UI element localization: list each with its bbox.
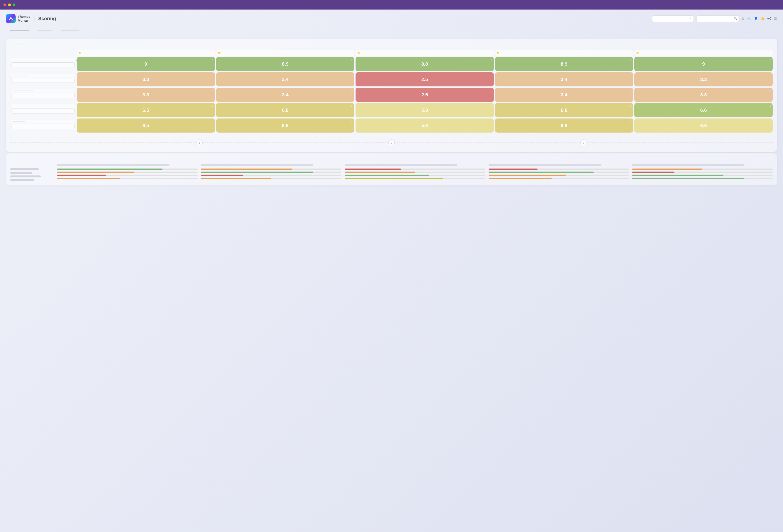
- bar-fill: [57, 168, 162, 170]
- search-icon[interactable]: 🔍: [747, 17, 751, 20]
- chart-col-1: [57, 164, 197, 181]
- score-cell-0-1[interactable]: 8.9 ≡: [216, 57, 354, 71]
- score-cell-1-4[interactable]: 3.3 ≡: [634, 72, 773, 87]
- bar-fill: [57, 171, 134, 173]
- score-cell-3-1[interactable]: 6.8 ≡: [216, 103, 354, 117]
- menu-icon[interactable]: ≡: [770, 90, 771, 92]
- minimize-button[interactable]: [8, 3, 11, 6]
- bar-track: [201, 171, 341, 173]
- bar-fill: [489, 178, 552, 179]
- bar-track: [632, 175, 773, 176]
- score-cell-2-1[interactable]: 3.4 ≡: [216, 88, 354, 102]
- row-text-3: ────────────: [11, 104, 74, 108]
- score-cell-1-1[interactable]: 3.4 ≡: [216, 72, 354, 87]
- score-cell-3-4[interactable]: 6.6 ≡: [634, 103, 773, 117]
- col-header-3: 📁 ──────────: [495, 50, 633, 56]
- maximize-button[interactable]: [12, 3, 15, 6]
- score-cell-0-4[interactable]: 9 ≡: [634, 57, 773, 71]
- score-value: 8.8: [421, 61, 428, 67]
- row-dropdown-0[interactable]: [11, 62, 74, 67]
- score-cell-4-3[interactable]: 6.8 ≡: [495, 119, 633, 132]
- menu-icon[interactable]: ≡: [212, 59, 213, 61]
- menu-icon[interactable]: ☰: [774, 17, 777, 20]
- menu-icon[interactable]: ≡: [351, 120, 352, 123]
- chart-bar-2-0: [201, 168, 341, 170]
- row-dropdown-3[interactable]: [11, 108, 74, 114]
- scoring-grid: 📁 ────────── 📁 ────────── 📁 ────────── 📁…: [10, 50, 773, 132]
- bell-icon[interactable]: 🔔: [761, 17, 764, 20]
- chart-row-label-3: [10, 179, 54, 181]
- col-label-2: ──────────: [362, 52, 378, 54]
- logo-area: Thomas Murray: [6, 14, 30, 23]
- user-icon[interactable]: 👤: [754, 17, 758, 20]
- menu-icon[interactable]: ≡: [212, 74, 213, 76]
- score-cell-4-2[interactable]: 5.8 ≡: [355, 119, 494, 132]
- chart-bar-4-1: [489, 171, 629, 173]
- pagination-page-2[interactable]: 2: [388, 139, 395, 146]
- score-cell-0-2[interactable]: 8.8 ≡: [355, 57, 494, 71]
- bar-track: [345, 171, 485, 173]
- header-search-input[interactable]: [696, 15, 739, 22]
- row-dropdown-1[interactable]: [11, 78, 74, 83]
- score-cell-1-0[interactable]: 3.3 ≡: [77, 72, 215, 87]
- score-cell-3-2[interactable]: 5.8 ≡: [355, 103, 494, 117]
- menu-icon[interactable]: ≡: [491, 90, 492, 92]
- menu-icon[interactable]: ≡: [491, 59, 492, 61]
- row-label-bar: [10, 179, 34, 181]
- menu-icon[interactable]: ≡: [351, 59, 352, 61]
- score-cell-2-3[interactable]: 3.4 ≡: [495, 88, 633, 102]
- header-dropdown[interactable]: [652, 15, 694, 22]
- menu-icon[interactable]: ≡: [630, 59, 632, 61]
- menu-icon[interactable]: ≡: [212, 120, 213, 123]
- bar-track: [632, 178, 773, 179]
- header-icons: ⊞ 🔍 👤 🔔 💬 ☰: [742, 17, 777, 21]
- menu-icon[interactable]: ≡: [351, 74, 352, 76]
- bottom-panel-label: ── ───: [10, 159, 20, 161]
- menu-icon[interactable]: ≡: [770, 74, 771, 76]
- score-value: 6.8: [561, 107, 567, 113]
- score-cell-0-0[interactable]: 9 ≡: [77, 57, 215, 71]
- menu-icon[interactable]: ≡: [630, 105, 632, 107]
- col-header-4: 📁 ──────────: [634, 50, 773, 56]
- row-dropdown-2[interactable]: [11, 93, 74, 98]
- menu-icon[interactable]: ≡: [630, 74, 632, 76]
- score-cell-4-4[interactable]: 6.6 ≡: [634, 119, 773, 132]
- menu-icon[interactable]: ≡: [770, 105, 771, 107]
- menu-icon[interactable]: ≡: [212, 90, 213, 92]
- score-value: 3.3: [700, 92, 707, 98]
- row-label-bar: [10, 168, 38, 170]
- score-cell-1-3[interactable]: 3.4 ≡: [495, 72, 633, 87]
- row-dropdown-4[interactable]: [11, 124, 74, 129]
- bar-fill: [489, 171, 594, 173]
- score-cell-3-0[interactable]: 6.5 ≡: [77, 103, 215, 117]
- menu-icon[interactable]: ≡: [491, 74, 492, 76]
- menu-icon[interactable]: ≡: [770, 59, 771, 61]
- chat-icon[interactable]: 💬: [768, 17, 771, 20]
- tab-1[interactable]: ────────: [33, 27, 57, 34]
- score-cell-1-2[interactable]: 2.5 ≡: [355, 72, 494, 87]
- pagination-page-3[interactable]: 3: [581, 139, 587, 146]
- chart-first-col: [10, 164, 54, 181]
- score-cell-4-1[interactable]: 6.8 ≡: [216, 119, 354, 132]
- bar-fill: [57, 178, 120, 179]
- score-cell-2-4[interactable]: 3.3 ≡: [634, 88, 773, 102]
- menu-icon[interactable]: ≡: [630, 90, 632, 92]
- menu-icon[interactable]: ≡: [212, 105, 213, 107]
- menu-icon[interactable]: ≡: [770, 120, 771, 123]
- menu-icon[interactable]: ≡: [630, 120, 632, 123]
- menu-icon[interactable]: ≡: [491, 120, 492, 123]
- menu-icon[interactable]: ≡: [351, 90, 352, 92]
- score-cell-2-0[interactable]: 3.3 ≡: [77, 88, 215, 102]
- close-button[interactable]: [3, 3, 6, 6]
- pagination-page-1[interactable]: 1: [196, 139, 202, 146]
- menu-icon[interactable]: ≡: [491, 105, 492, 107]
- tab-0[interactable]: ──────────: [6, 27, 33, 34]
- tab-2[interactable]: ──────────: [57, 27, 84, 34]
- score-cell-3-3[interactable]: 6.8 ≡: [495, 103, 633, 117]
- chart-col-3: [345, 164, 485, 181]
- score-cell-0-3[interactable]: 8.9 ≡: [495, 57, 633, 71]
- grid-icon[interactable]: ⊞: [742, 17, 744, 21]
- score-cell-4-0[interactable]: 6.5 ≡: [77, 119, 215, 132]
- score-cell-2-2[interactable]: 2.5 ≡: [355, 88, 494, 102]
- menu-icon[interactable]: ≡: [351, 105, 352, 107]
